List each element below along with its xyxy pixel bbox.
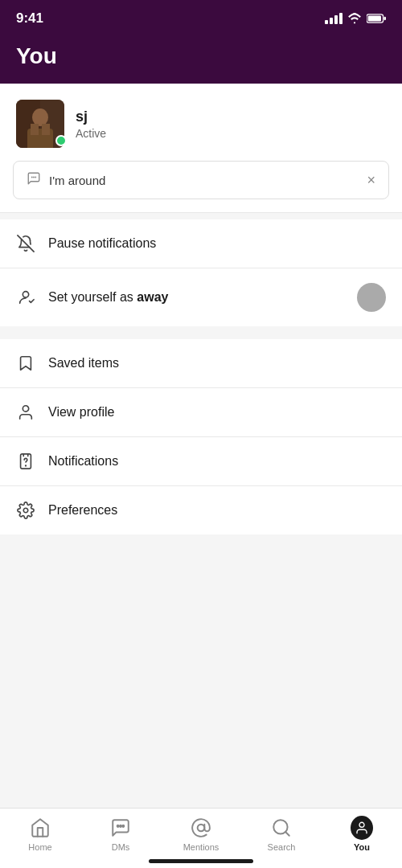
status-input-value: I'm around: [49, 174, 359, 187]
status-icons: [325, 11, 386, 26]
view-profile-item[interactable]: View profile: [0, 388, 402, 436]
bookmark-icon: [16, 354, 35, 373]
mentions-label: Mentions: [183, 842, 219, 852]
svg-rect-2: [368, 16, 381, 22]
nav-you[interactable]: You: [334, 817, 390, 852]
status-input-field[interactable]: I'm around ×: [13, 161, 389, 199]
search-icon: [270, 817, 293, 839]
svg-line-26: [285, 832, 289, 836]
preferences-label: Preferences: [48, 503, 386, 518]
svg-point-21: [117, 825, 119, 827]
svg-point-23: [122, 825, 124, 827]
menu-section-2: Saved items View profile: [0, 339, 402, 534]
svg-point-14: [23, 292, 28, 297]
user-away-icon: [16, 288, 35, 307]
speech-bubble-icon: [27, 171, 41, 189]
nav-search[interactable]: Search: [253, 817, 310, 852]
set-away-label: Set yourself as away: [48, 290, 344, 305]
svg-point-0: [354, 22, 355, 23]
main-content: sj Active I'm around ×: [0, 84, 402, 868]
view-profile-label: View profile: [48, 405, 386, 420]
page-title: You: [16, 43, 386, 69]
svg-point-15: [23, 406, 28, 411]
bell-off-icon: [16, 234, 35, 253]
phone-notifications-icon: [16, 452, 35, 471]
user-icon: [16, 403, 35, 422]
menu-section-1: Pause notifications Set yourself as away: [0, 219, 402, 326]
section-gap: [0, 326, 402, 333]
svg-rect-9: [42, 124, 50, 135]
nav-mentions[interactable]: Mentions: [173, 817, 229, 852]
dms-icon: [109, 817, 132, 839]
nav-dms[interactable]: DMs: [92, 817, 149, 852]
home-indicator: [149, 859, 253, 863]
svg-point-6: [32, 108, 48, 126]
avatar-wrapper: [16, 100, 64, 148]
status-time: 9:41: [16, 10, 43, 27]
online-indicator: [55, 135, 67, 146]
status-input-section: I'm around ×: [0, 161, 402, 212]
header: You: [0, 35, 402, 84]
saved-items-label: Saved items: [48, 356, 386, 371]
battery-icon: [367, 13, 386, 24]
wifi-icon: [347, 11, 362, 26]
status-bar: 9:41: [0, 0, 402, 35]
profile-section[interactable]: sj Active: [0, 84, 402, 161]
svg-point-20: [23, 508, 28, 513]
preferences-item[interactable]: Preferences: [0, 486, 402, 534]
status-clear-button[interactable]: ×: [367, 172, 375, 189]
dms-label: DMs: [112, 842, 130, 852]
svg-point-27: [359, 822, 364, 827]
saved-items-item[interactable]: Saved items: [0, 339, 402, 387]
divider-1: [0, 212, 402, 213]
svg-line-13: [18, 235, 34, 252]
pause-notifications-label: Pause notifications: [48, 236, 386, 251]
home-label: Home: [28, 842, 51, 852]
profile-status-text: Active: [76, 127, 106, 140]
profile-info: sj Active: [76, 108, 106, 140]
svg-rect-3: [384, 17, 386, 20]
search-label: Search: [268, 842, 296, 852]
home-icon: [29, 817, 51, 839]
set-away-item[interactable]: Set yourself as away: [0, 268, 402, 326]
svg-point-24: [198, 825, 205, 832]
signal-icon: [325, 13, 343, 24]
notifications-label: Notifications: [48, 454, 386, 469]
notifications-item[interactable]: Notifications: [0, 437, 402, 485]
svg-rect-8: [31, 124, 39, 135]
you-label: You: [354, 842, 370, 852]
profile-name: sj: [76, 108, 106, 125]
at-icon: [190, 817, 212, 839]
away-toggle[interactable]: [357, 283, 386, 312]
svg-point-22: [120, 825, 121, 827]
pause-notifications-item[interactable]: Pause notifications: [0, 219, 402, 268]
gear-icon: [16, 501, 35, 520]
nav-home[interactable]: Home: [12, 817, 68, 852]
you-icon: [351, 817, 373, 839]
